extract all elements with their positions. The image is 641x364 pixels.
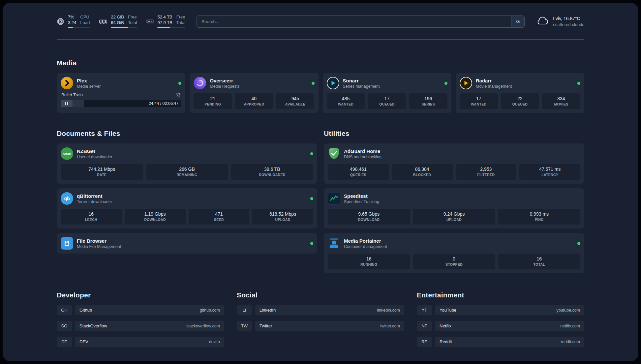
stat-label: APPROVED [236, 102, 272, 106]
stat-value: 17 [369, 96, 405, 101]
disk-progress-fill [157, 27, 170, 28]
disk-total-label: Total [176, 20, 185, 25]
search-engine-button[interactable]: G [511, 16, 524, 27]
memory-icon [99, 17, 107, 25]
player-time: 24:44 / 02:06:47 [149, 101, 178, 106]
service-name: qBittorrent [77, 193, 112, 199]
bookmark-item-twitter[interactable]: TW Twitter twitter.com [237, 321, 404, 331]
section-title-media: Media [57, 59, 584, 67]
stat-tile: 17 WANTED [460, 93, 498, 109]
stat-tile: 22 QUEUED [501, 93, 539, 109]
stat-tile: 834 MOVIES [542, 93, 580, 109]
stat-tile: 618.52 Mbps UPLOAD [252, 209, 313, 225]
hard-drive-icon [146, 17, 154, 25]
stat-tile: 39.6 TB DOWNLOADED [231, 164, 313, 180]
bookmark-item-youtube[interactable]: YT YouTube youtube.com [417, 305, 584, 315]
stat-tile: 16 RUNNING [328, 254, 410, 269]
stat-value: 9.65 Gbps [329, 211, 409, 217]
stat-value: 39.6 TB [232, 167, 312, 172]
bookmark-item-netflix[interactable]: NF Netflix netflix.com [417, 321, 584, 331]
service-name: AdGuard Home [344, 148, 382, 154]
stat-tile: 16 TOTAL [498, 254, 580, 269]
service-card-overseerr[interactable]: Overseerr Media Requests 21 PENDING 40 A… [190, 73, 318, 113]
service-subtitle: Movie management [476, 84, 512, 89]
cpu-load-label: Load [80, 20, 90, 25]
stat-tile: 498,461 QUERIES [328, 164, 389, 180]
bookmark-name: StackOverflow [79, 323, 107, 328]
bookmark-url: github.com [200, 308, 220, 313]
stat-label: STOPPED [414, 262, 494, 266]
service-card-radarr[interactable]: Radarr Movie management 17 WANTED 22 QUE… [456, 73, 584, 113]
bookmark-url: stackoverflow.com [186, 324, 220, 328]
weather-condition: scattered clouds [553, 22, 584, 27]
bookmark-item-reddit[interactable]: RE Reddit reddit.com [417, 337, 584, 347]
bookmark-item-dev[interactable]: DT DEV dev.to [57, 337, 224, 347]
service-subtitle: Container management [344, 244, 387, 249]
bookmark-name: YouTube [440, 308, 456, 313]
service-card-filebrowser[interactable]: File Browser Media File Management [57, 233, 317, 254]
stat-label: RATE [62, 173, 141, 177]
disk-free-value: 52.4 TB [157, 15, 172, 20]
bookmark-item-github[interactable]: GH Github github.com [57, 305, 224, 315]
cpu-value: 7% [68, 15, 76, 20]
service-card-adguard[interactable]: AdGuard Home DNS and adblocking 498,461 … [324, 143, 584, 184]
stat-label: BLOCKED [393, 173, 451, 177]
status-dot [310, 197, 313, 200]
bookmark-name: Github [79, 308, 92, 313]
service-name: Plex [77, 78, 101, 83]
qbittorrent-icon: qb [61, 192, 73, 205]
stat-label: UPLOAD [414, 218, 494, 222]
bookmark-item-stackoverflow[interactable]: SO StackOverflow stackoverflow.com [57, 321, 224, 331]
pause-button[interactable] [61, 100, 73, 107]
cpu-load-value: 3.24 [68, 20, 76, 25]
service-card-speedtest[interactable]: Speedtest Speedtest Tracking 9.65 Gbps D… [324, 188, 584, 228]
stat-tile: 945 AVAILABLE [276, 93, 314, 109]
bookmark-group-title: Entertainment [417, 291, 584, 299]
section-utilities: Utilities [324, 130, 584, 273]
bookmark-url: reddit.com [561, 340, 580, 344]
stat-tile: 9.24 Gbps UPLOAD [413, 209, 495, 225]
stat-value: 9.24 Gbps [414, 211, 494, 217]
bookmark-name: LinkedIn [259, 308, 276, 313]
bookmark-item-linkedin[interactable]: LI LinkedIn linkedin.com [237, 305, 404, 315]
stat-tile: 744.21 Mbps RATE [61, 164, 143, 180]
cpu-icon [57, 17, 65, 25]
stat-value: 471 [190, 211, 248, 217]
service-name: Overseerr [210, 78, 239, 83]
stat-label: PING [500, 218, 579, 222]
service-name: Radarr [476, 78, 512, 83]
memory-progress-track [111, 27, 137, 28]
service-card-qbittorrent[interactable]: qb qBittorrent Torrent downloader 16 LEE… [57, 188, 317, 228]
service-name: Speedtest [344, 193, 379, 199]
bookmark-abbr: GH [57, 305, 72, 315]
stat-value: 86,384 [393, 167, 451, 172]
bookmark-url: dev.to [209, 340, 220, 344]
stat-value: 498,461 [329, 167, 387, 172]
stat-value: 834 [543, 96, 579, 101]
stat-value: 744.21 Mbps [62, 167, 141, 172]
service-subtitle: Series management [343, 84, 380, 89]
stat-label: FILTERED [457, 173, 515, 177]
service-card-sonarr[interactable]: Sonarr Series management 485 WANTED 17 Q… [323, 73, 451, 113]
bookmark-abbr: NF [417, 321, 432, 331]
stat-value: 21 [195, 96, 230, 101]
bookmark-group-developer: Developer GH Github github.com SO StackO… [57, 291, 224, 352]
stat-tile: 485 WANTED [327, 93, 365, 109]
search-input[interactable] [197, 16, 511, 27]
service-card-nzbget[interactable]: nzbget NZBGet Usenet downloader 744.21 M… [57, 143, 317, 184]
stat-tile: 1.19 Gbps DOWNLOAD [125, 209, 186, 225]
service-card-plex[interactable]: Plex Media server Bullet Train [57, 73, 185, 113]
service-card-portainer[interactable]: Media Portainer Container management 16 … [324, 233, 584, 273]
stat-label: LEECH [62, 218, 120, 222]
adguard-icon [328, 147, 340, 160]
stat-value: 196 [411, 96, 446, 101]
status-dot [312, 82, 315, 85]
status-dot [444, 82, 447, 85]
player-progress-bar[interactable]: 24:44 / 02:06:47 [61, 100, 181, 107]
stat-value: 485 [328, 96, 364, 101]
bookmark-abbr: RE [417, 337, 432, 347]
cpu-progress-track [68, 27, 90, 28]
settings-gear-icon[interactable] [176, 92, 181, 97]
stat-tile: 86,384 BLOCKED [392, 164, 453, 180]
bookmark-group-social: Social LI LinkedIn linkedin.com TW Twitt… [237, 291, 404, 337]
